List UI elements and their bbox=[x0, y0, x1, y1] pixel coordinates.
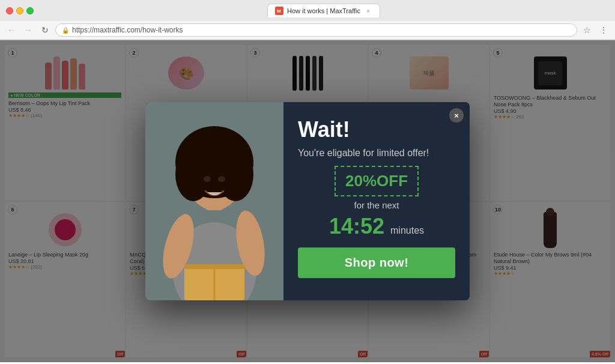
timer-display: 14:52 bbox=[329, 214, 384, 239]
browser-chrome: M How it works | MaxTraffic × ← → ↻ 🔒 ht… bbox=[0, 0, 615, 40]
popup-modal: × bbox=[145, 102, 470, 300]
modal-close-button[interactable]: × bbox=[449, 108, 464, 123]
page-content: 1 ● NEW COLOR Berrisom – Oops My Lip Tin… bbox=[0, 40, 615, 362]
address-text: https://maxtraffic.com/how-it-works bbox=[72, 26, 571, 34]
bookmark-icon[interactable]: ☆ bbox=[581, 24, 593, 36]
ssl-lock-icon: 🔒 bbox=[62, 27, 69, 34]
modal-subtitle: You're eligable for limited offer! bbox=[298, 147, 455, 160]
svg-point-9 bbox=[181, 129, 247, 177]
back-button[interactable]: ← bbox=[5, 23, 18, 37]
modal-overlay: × bbox=[0, 40, 615, 362]
modal-content: Wait! You're eligable for limited offer!… bbox=[283, 102, 470, 300]
timer-unit-label: minutes bbox=[390, 225, 424, 236]
modal-image bbox=[145, 102, 283, 300]
browser-menu-icon[interactable]: ⋮ bbox=[597, 24, 610, 36]
fullscreen-traffic-light[interactable] bbox=[26, 7, 34, 14]
tab-close-button[interactable]: × bbox=[364, 7, 372, 15]
tab-favicon: M bbox=[275, 7, 283, 15]
for-next-label: for the next bbox=[354, 200, 399, 210]
minimize-traffic-light[interactable] bbox=[16, 7, 23, 14]
svg-text:M: M bbox=[277, 8, 281, 14]
traffic-lights bbox=[6, 7, 34, 14]
discount-amount: 20%OFF bbox=[345, 172, 408, 190]
forward-button[interactable]: → bbox=[22, 23, 35, 37]
nav-bar: ← → ↻ 🔒 https://maxtraffic.com/how-it-wo… bbox=[0, 21, 615, 40]
modal-title: Wait! bbox=[298, 119, 455, 141]
browser-tab[interactable]: M How it works | MaxTraffic × bbox=[267, 4, 380, 17]
timer-row: 14:52 minutes bbox=[329, 214, 424, 239]
shop-now-button[interactable]: Shop now! bbox=[298, 247, 455, 278]
title-bar: M How it works | MaxTraffic × bbox=[0, 0, 615, 21]
discount-box: 20%OFF bbox=[335, 166, 419, 196]
svg-point-11 bbox=[218, 176, 225, 182]
svg-point-10 bbox=[204, 176, 211, 182]
address-bar[interactable]: 🔒 https://maxtraffic.com/how-it-works bbox=[55, 23, 577, 37]
close-traffic-light[interactable] bbox=[6, 7, 13, 14]
tab-title: How it works | MaxTraffic bbox=[287, 7, 360, 14]
refresh-button[interactable]: ↻ bbox=[38, 23, 52, 37]
